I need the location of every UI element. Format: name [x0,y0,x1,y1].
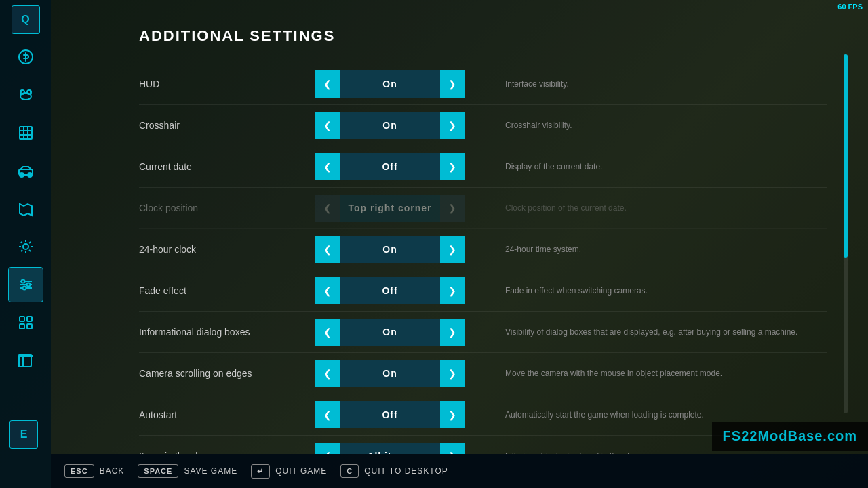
setting-next-hud[interactable]: ❯ [440,70,465,98]
setting-control-24-hour-clock: ❮On❯ [315,236,465,263]
key-action-quit-to desktop[interactable]: CQUIT TO DESKTOP [340,464,448,478]
setting-next-informational-dialog[interactable]: ❯ [440,319,465,346]
setting-value-fade-effect: Off [340,277,440,304]
svg-point-10 [26,283,30,287]
setting-control-clock-position: ❮Top right corner❯ [315,195,465,222]
setting-next-fade-effect[interactable]: ❯ [440,277,465,304]
setting-next-clock-position: ❯ [440,195,465,222]
setting-value-items-shop: All items [340,443,440,454]
setting-prev-hud[interactable]: ❮ [315,70,340,98]
setting-row-informational-dialog: Informational dialog boxes❮On❯Visibility… [139,312,827,353]
key-label-back: BACK [100,466,125,476]
sidebar-icon-book[interactable] [8,343,43,378]
setting-next-items-shop[interactable]: ❯ [440,443,465,454]
sidebar-icon-map[interactable] [8,191,43,226]
key-action-quit-game[interactable]: ↵QUIT GAME [251,464,327,479]
sidebar-icon-gear[interactable] [8,229,43,264]
setting-value-autostart: Off [340,401,440,428]
setting-row-current-date: Current date❮Off❯Display of the current … [139,146,827,188]
svg-point-11 [22,287,26,290]
bottom-bar: ESCBACKSPACESAVE GAME↵QUIT GAMECQUIT TO … [51,454,868,488]
setting-label-fade-effect: Fade effect [139,285,315,296]
setting-value-camera-scrolling: On [340,360,440,387]
settings-list: HUD❮On❯Interface visibility.Crosshair❮On… [139,64,827,454]
setting-desc-24-hour-clock: 24-hour time system. [505,245,827,254]
setting-control-crosshair: ❮On❯ [315,112,465,139]
setting-prev-camera-scrolling[interactable]: ❮ [315,360,340,387]
setting-row-hud: HUD❮On❯Interface visibility. [139,64,827,105]
setting-prev-clock-position: ❮ [315,195,340,222]
setting-row-crosshair: Crosshair❮On❯Crosshair visibility. [139,105,827,146]
q-button[interactable]: Q [12,5,40,34]
svg-rect-5 [19,169,33,175]
scrollbar-thumb[interactable] [844,54,848,258]
setting-control-items-shop: ❮All items❯ [315,443,465,454]
svg-rect-12 [20,317,24,321]
svg-rect-4 [20,127,32,139]
setting-desc-hud: Interface visibility. [505,79,827,89]
setting-value-clock-position: Top right corner [340,195,440,222]
setting-row-camera-scrolling: Camera scrolling on edges❮On❯Move the ca… [139,353,827,394]
key-label-save-game: SAVE GAME [184,466,237,476]
sidebar-icon-money[interactable] [8,39,43,75]
setting-value-informational-dialog: On [340,319,440,346]
key-badge-↵: ↵ [251,464,270,479]
setting-control-informational-dialog: ❮On❯ [315,319,465,346]
setting-value-current-date: Off [340,153,440,180]
setting-prev-autostart[interactable]: ❮ [315,401,340,428]
setting-control-fade-effect: ❮Off❯ [315,277,465,304]
setting-label-24-hour-clock: 24-hour clock [139,244,315,255]
key-label-quit-to desktop: QUIT TO DESKTOP [364,466,448,476]
setting-next-crosshair[interactable]: ❯ [440,112,465,139]
sidebar-icon-sliders[interactable] [8,267,43,302]
setting-value-crosshair: On [340,112,440,139]
setting-prev-crosshair[interactable]: ❮ [315,112,340,139]
svg-rect-15 [27,324,32,329]
setting-prev-items-shop[interactable]: ❮ [315,443,340,454]
setting-prev-fade-effect[interactable]: ❮ [315,277,340,304]
svg-rect-13 [27,317,32,321]
main-content: ADDITIONAL SETTINGS HUD❮On❯Interface vis… [51,0,868,454]
svg-rect-14 [20,324,24,329]
setting-control-autostart: ❮Off❯ [315,401,465,428]
key-badge-SPACE: SPACE [138,464,178,478]
setting-desc-current-date: Display of the current date. [505,162,827,171]
key-action-back[interactable]: ESCBACK [64,464,124,478]
setting-next-autostart[interactable]: ❯ [440,401,465,428]
setting-row-clock-position: Clock position❮Top right corner❯Clock po… [139,188,827,229]
page-title: ADDITIONAL SETTINGS [139,27,827,45]
setting-desc-fade-effect: Fade in effect when switching cameras. [505,286,827,296]
svg-point-8 [23,244,28,249]
sidebar-icon-modules[interactable] [8,305,43,340]
scrollbar-track[interactable] [844,54,848,413]
sidebar-icon-machine[interactable] [8,153,43,188]
setting-label-autostart: Autostart [139,409,315,420]
setting-next-current-date[interactable]: ❯ [440,153,465,180]
setting-desc-crosshair: Crosshair visibility. [505,121,827,130]
setting-label-camera-scrolling: Camera scrolling on edges [139,368,315,379]
key-label-quit-game: QUIT GAME [275,466,327,476]
setting-prev-informational-dialog[interactable]: ❮ [315,319,340,346]
setting-next-camera-scrolling[interactable]: ❯ [440,360,465,387]
setting-label-current-date: Current date [139,161,315,172]
sidebar: Q [0,0,51,488]
setting-label-clock-position: Clock position [139,203,315,214]
key-action-save-game[interactable]: SPACESAVE GAME [138,464,237,478]
setting-next-24-hour-clock[interactable]: ❯ [440,236,465,263]
setting-value-hud: On [340,70,440,98]
setting-label-crosshair: Crosshair [139,120,315,131]
setting-control-camera-scrolling: ❮On❯ [315,360,465,387]
setting-control-current-date: ❮Off❯ [315,153,465,180]
setting-desc-camera-scrolling: Move the camera with the mouse in object… [505,369,827,378]
sidebar-icon-field[interactable] [8,115,43,150]
e-button[interactable]: E [9,420,38,449]
setting-desc-autostart: Automatically start the game when loadin… [505,410,827,420]
setting-prev-current-date[interactable]: ❮ [315,153,340,180]
sidebar-icon-animal[interactable] [8,77,43,113]
setting-row-24-hour-clock: 24-hour clock❮On❯24-hour time system. [139,229,827,270]
setting-prev-24-hour-clock[interactable]: ❮ [315,236,340,263]
key-badge-C: C [340,464,359,478]
setting-desc-clock-position: Clock position of the current date. [505,203,827,213]
svg-point-9 [21,280,24,283]
watermark: FS22ModBase.com [712,422,868,451]
